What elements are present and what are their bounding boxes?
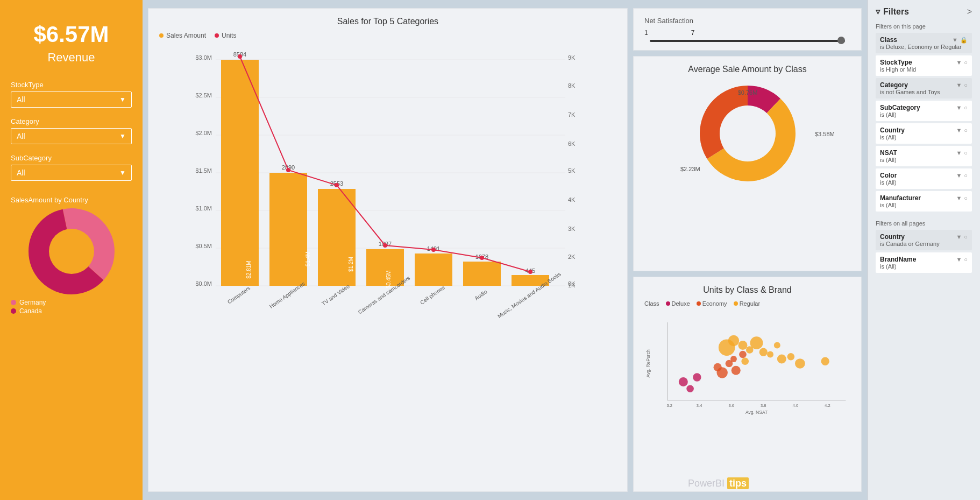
svg-text:6K: 6K: [568, 140, 576, 147]
filter-manufacturer-name: Manufacturer: [880, 194, 921, 202]
filter-color-expand[interactable]: ▼: [956, 172, 962, 179]
filter-country-clear[interactable]: ○: [964, 127, 968, 133]
deluxe-legend: Deluxe: [666, 300, 690, 307]
svg-text:3.8: 3.8: [761, 403, 766, 408]
filter-manufacturer-expand[interactable]: ▼: [956, 195, 962, 201]
slider-min: 1: [644, 29, 648, 37]
filter-brandname-icons: ▼ ○: [956, 256, 968, 263]
sales-amount-dot: [159, 33, 164, 38]
sales-by-country-label: SalesAmount by Country: [11, 196, 132, 204]
filter-class-lock[interactable]: 🔒: [960, 37, 968, 44]
svg-text:2K: 2K: [568, 253, 576, 260]
svg-text:$2.81M: $2.81M: [246, 260, 252, 278]
filter-subcategory-header: SubCategory ▼ ○: [880, 104, 968, 111]
filter-country-all-icons: ▼ ○: [956, 234, 968, 240]
filter-brandname-value: is (All): [880, 263, 968, 270]
slider-max: 7: [691, 29, 695, 37]
filter-country-all-name: Country: [880, 233, 905, 241]
category-arrow: ▼: [119, 132, 126, 140]
bar-home-appliances: [269, 173, 307, 286]
filter-class-icons: ▼ 🔒: [952, 37, 968, 44]
filter-subcategory-icons: ▼ ○: [956, 104, 968, 111]
svg-text:8K: 8K: [568, 82, 576, 89]
filter-nsat-clear[interactable]: ○: [964, 150, 968, 156]
filter-class-expand[interactable]: ▼: [952, 37, 958, 43]
svg-point-79: [728, 335, 739, 346]
svg-point-89: [795, 358, 805, 369]
filter-brandname-clear[interactable]: ○: [964, 256, 968, 263]
category-value: All: [17, 132, 25, 140]
svg-point-69: [679, 377, 688, 386]
category-select[interactable]: All ▼: [11, 128, 132, 144]
svg-text:3.4: 3.4: [697, 403, 702, 408]
subcategory-select[interactable]: All ▼: [11, 165, 132, 181]
svg-text:$1.0M: $1.0M: [195, 205, 212, 212]
filter-stocktype-clear[interactable]: ○: [964, 59, 968, 66]
svg-text:$0.0M: $0.0M: [195, 280, 212, 287]
svg-text:9K: 9K: [568, 54, 576, 61]
filter-subcategory-clear[interactable]: ○: [964, 104, 968, 111]
units-dot: [215, 33, 219, 38]
donut-title: Average Sale Amount by Class: [644, 65, 850, 74]
filter-stocktype-expand[interactable]: ▼: [956, 59, 962, 66]
slider-thumb[interactable]: [837, 37, 845, 44]
svg-point-40: [335, 183, 339, 187]
subcategory-arrow: ▼: [119, 169, 126, 177]
filter-country-all: Country ▼ ○ is Canada or Germany: [876, 230, 972, 250]
canada-label: Canada: [19, 307, 42, 315]
filter-country-expand[interactable]: ▼: [956, 127, 962, 133]
svg-text:3K: 3K: [568, 226, 576, 232]
top-row: Sales for Top 5 Categories Sales Amount …: [148, 8, 862, 492]
filter-country-all-expand[interactable]: ▼: [956, 234, 962, 240]
filter-brandname-name: BrandName: [880, 256, 916, 263]
filter-category: Category ▼ ○ is not Games and Toys: [876, 78, 972, 98]
filter-subcategory-value: is (All): [880, 111, 968, 118]
filter-nsat-expand[interactable]: ▼: [956, 150, 962, 156]
filters-panel: ▿ Filters > Filters on this page Class ▼…: [867, 0, 980, 500]
filter-category-clear[interactable]: ○: [964, 82, 968, 88]
filter-class-value: is Deluxe, Economy or Regular: [880, 44, 968, 50]
units-label: Units: [222, 32, 236, 39]
svg-text:4K: 4K: [568, 196, 576, 203]
filter-country-header: Country ▼ ○: [880, 126, 968, 134]
filters-title-text: Filters: [883, 7, 909, 17]
stocktype-value: All: [17, 95, 25, 104]
filter-nsat: NSAT ▼ ○ is (All): [876, 146, 972, 166]
svg-point-84: [767, 351, 773, 358]
svg-point-71: [693, 373, 701, 381]
svg-point-80: [738, 341, 747, 350]
subcategory-value: All: [17, 168, 25, 177]
bar-chart-legend: Sales Amount Units: [159, 32, 616, 39]
right-column: Net Satisfaction 1 7 Average Sale Amount…: [633, 8, 862, 492]
svg-point-83: [759, 348, 768, 356]
scatter-svg: Avg. RePurch Avg. NSAT 3.2 3.4 3.6 3.8 4…: [644, 309, 850, 427]
svg-point-42: [431, 248, 436, 252]
filter-country-name: Country: [880, 126, 905, 134]
svg-point-70: [686, 385, 694, 392]
filter-category-expand[interactable]: ▼: [956, 82, 962, 88]
filter-country-all-clear[interactable]: ○: [964, 234, 968, 240]
filter-manufacturer-icons: ▼ ○: [956, 195, 968, 201]
svg-point-55: [720, 105, 776, 161]
country-legend: Germany Canada: [11, 299, 132, 315]
filter-brandname-expand[interactable]: ▼: [956, 256, 962, 263]
filter-manufacturer-header: Manufacturer ▼ ○: [880, 194, 968, 202]
filter-subcategory-expand[interactable]: ▼: [956, 104, 962, 111]
filter-manufacturer-clear[interactable]: ○: [964, 195, 968, 201]
svg-text:3.6: 3.6: [728, 403, 734, 408]
svg-text:Avg. RePurch: Avg. RePurch: [645, 349, 651, 378]
filter-country-value: is (All): [880, 134, 968, 140]
category-filter-group: Category All ▼: [11, 117, 132, 144]
svg-point-76: [714, 363, 722, 371]
filters-close-button[interactable]: >: [967, 7, 972, 17]
bar-chart-panel: Sales for Top 5 Categories Sales Amount …: [148, 8, 628, 492]
filter-color-clear[interactable]: ○: [964, 172, 968, 179]
svg-text:$0.76M: $0.76M: [737, 89, 757, 96]
filter-brandname: BrandName ▼ ○ is (All): [876, 252, 972, 273]
net-satisfaction-panel: Net Satisfaction 1 7: [633, 8, 862, 51]
filter-nsat-header: NSAT ▼ ○: [880, 149, 968, 157]
svg-text:4.2: 4.2: [825, 403, 830, 408]
stocktype-select[interactable]: All ▼: [11, 91, 132, 108]
slider-track[interactable]: [650, 40, 845, 42]
net-satisfaction-label: Net Satisfaction: [644, 17, 850, 25]
